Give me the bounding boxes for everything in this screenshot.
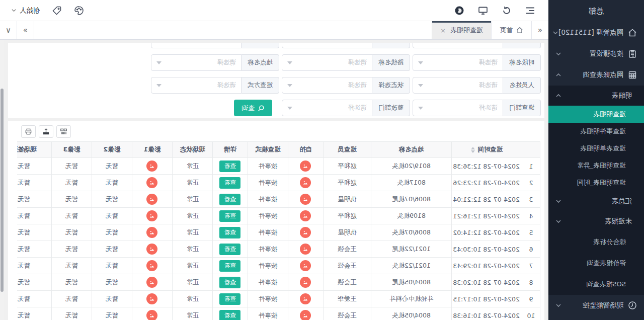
sidebar-item-label: 未巡报表 — [605, 217, 632, 226]
photo-thumbnail-icon[interactable] — [147, 227, 158, 238]
cell-image3: 暂无 — [52, 224, 92, 241]
filter-select[interactable]: 请选择 — [413, 100, 503, 116]
photo-thumbnail-icon[interactable] — [300, 310, 311, 320]
chevron-down-icon — [287, 107, 292, 110]
photo-thumbnail-icon[interactable] — [147, 194, 158, 205]
scroll-tabs-left-button[interactable]: « — [531, 21, 548, 39]
photo-thumbnail-icon[interactable] — [300, 260, 311, 271]
print-button[interactable] — [21, 125, 36, 138]
photo-thumbnail-icon[interactable] — [147, 177, 158, 188]
scroll-tabs-right-button[interactable]: » — [17, 21, 34, 39]
filter-select[interactable]: 请选择 — [151, 54, 242, 71]
close-icon[interactable]: × — [440, 27, 446, 34]
palette-icon[interactable] — [74, 6, 85, 16]
photo-thumbnail-icon[interactable] — [147, 293, 158, 304]
sidebar-item-14[interactable]: 现场智能监控 — [548, 295, 644, 316]
filter-select[interactable]: 请选择 — [413, 77, 503, 94]
sidebar-item-10[interactable]: 未巡报表 — [548, 211, 644, 231]
view-button[interactable]: 查看 — [220, 244, 241, 255]
view-button[interactable]: 查看 — [220, 277, 241, 288]
tab-home-label: 首页 — [500, 26, 513, 35]
tag-icon[interactable] — [52, 6, 62, 16]
chevron-down-icon — [156, 61, 162, 64]
table-header-row: 巡查时间地点名称巡查员自拍巡查模式详情现场状态影像1影像2影像3现场签到 — [17, 142, 540, 158]
view-button[interactable]: 查看 — [220, 260, 241, 272]
sidebar-item-2[interactable]: 网点账表查询 — [548, 64, 644, 86]
user-menu[interactable]: 创始人 — [11, 6, 40, 15]
photo-thumbnail-icon[interactable] — [147, 260, 158, 271]
photo-thumbnail-icon[interactable] — [300, 177, 311, 188]
view-button[interactable]: 查看 — [220, 227, 241, 238]
screen-icon[interactable] — [478, 6, 488, 16]
sidebar-item-4[interactable]: 巡查明细表 — [548, 106, 644, 123]
photo-thumbnail-icon[interactable] — [300, 161, 311, 172]
photo-thumbnail-icon[interactable] — [300, 277, 311, 288]
export-button[interactable] — [39, 125, 53, 138]
cell-image1 — [132, 307, 173, 320]
view-button[interactable]: 查看 — [220, 293, 241, 305]
vertical-scrollbar-track[interactable] — [0, 40, 4, 320]
view-button[interactable]: 查看 — [220, 177, 241, 189]
tab-options-button[interactable]: ∨ — [0, 21, 17, 39]
filter-select[interactable]: 请选择 — [282, 77, 372, 94]
tab-inspection-detail[interactable]: 巡查明细表 × — [432, 21, 491, 39]
moon-icon[interactable] — [454, 6, 464, 16]
filter-select[interactable] — [282, 43, 372, 48]
sidebar-item-9[interactable]: 汇总表 — [548, 191, 644, 211]
sidebar-item-3[interactable]: 明细表 — [548, 86, 644, 106]
photo-thumbnail-icon[interactable] — [300, 194, 311, 205]
filter-select[interactable]: 请选择 — [282, 54, 372, 71]
view-button[interactable]: 查看 — [220, 161, 241, 172]
cell-site-sign: 暂无 — [17, 274, 52, 291]
filter-select[interactable] — [151, 43, 242, 48]
cell-location: 8006/07机头 — [371, 224, 452, 241]
home-icon — [628, 28, 637, 37]
data-table-scroll-area[interactable]: 巡查时间地点名称巡查员自拍巡查模式详情现场状态影像1影像2影像3现场签到1202… — [17, 141, 540, 320]
column-settings-button[interactable] — [56, 125, 71, 138]
photo-thumbnail-icon[interactable] — [147, 244, 158, 255]
sidebar-item-label: 巡查表单明细表 — [580, 144, 626, 153]
filter-select[interactable]: 请选择 — [413, 54, 503, 71]
view-button[interactable]: 查看 — [220, 194, 241, 205]
hamburger-icon[interactable] — [525, 6, 535, 16]
photo-thumbnail-icon[interactable] — [300, 210, 311, 221]
sidebar-item-13[interactable]: SOS报表查询 — [548, 274, 644, 295]
vertical-scrollbar-thumb[interactable] — [1, 89, 4, 292]
filter-select[interactable]: 请选择 — [282, 100, 372, 116]
photo-thumbnail-icon[interactable] — [147, 310, 158, 320]
cell-row-number: 9 — [522, 291, 540, 307]
sidebar-item-5[interactable]: 巡查事件明细表 — [548, 123, 644, 140]
search-button[interactable]: 查询 — [234, 100, 272, 116]
photo-thumbnail-icon[interactable] — [300, 293, 311, 304]
photo-thumbnail-icon[interactable] — [147, 161, 158, 172]
navbar-right-group: 创始人 — [11, 6, 85, 16]
photo-thumbnail-icon[interactable] — [147, 210, 158, 221]
sidebar-item-11[interactable]: 综合分析表 — [548, 231, 644, 253]
cell-detail: 查看 — [213, 158, 248, 175]
sidebar-item-1[interactable]: 按步骤设置 — [548, 43, 644, 64]
sort-icon[interactable] — [471, 147, 475, 153]
view-button[interactable]: 查看 — [220, 210, 241, 222]
sidebar-item-6[interactable]: 巡查表单明细表 — [548, 140, 644, 157]
tab-home[interactable]: 首页 — [491, 21, 531, 39]
sidebar-item-7[interactable]: 巡查明细表_异常 — [548, 157, 644, 174]
filter-select[interactable] — [413, 43, 503, 48]
sidebar-item-12[interactable]: 评价报表查询 — [548, 253, 644, 274]
sidebar-item-8[interactable]: 巡查明细表_时间 — [548, 174, 644, 191]
cell-row-number: 8 — [522, 274, 540, 291]
chevron-down-icon — [555, 302, 561, 308]
filter-field — [282, 43, 410, 48]
filter-select[interactable]: 请选择 — [151, 77, 242, 94]
photo-thumbnail-icon[interactable] — [300, 227, 311, 238]
cell-image2: 暂无 — [92, 158, 132, 175]
refresh-icon[interactable] — [502, 6, 512, 16]
image-icon — [149, 180, 155, 186]
filter-row-3: 巡查部门请选择整改部门请选择查询 — [8, 100, 541, 116]
filter-label: 整改部门 — [372, 100, 410, 116]
cell-status: 正常 — [173, 224, 213, 241]
view-button[interactable]: 查看 — [220, 310, 241, 320]
image-icon — [303, 312, 309, 318]
sidebar-item-0[interactable]: 网点管理 [1151120] — [548, 22, 644, 43]
photo-thumbnail-icon[interactable] — [147, 277, 158, 288]
photo-thumbnail-icon[interactable] — [300, 244, 311, 255]
